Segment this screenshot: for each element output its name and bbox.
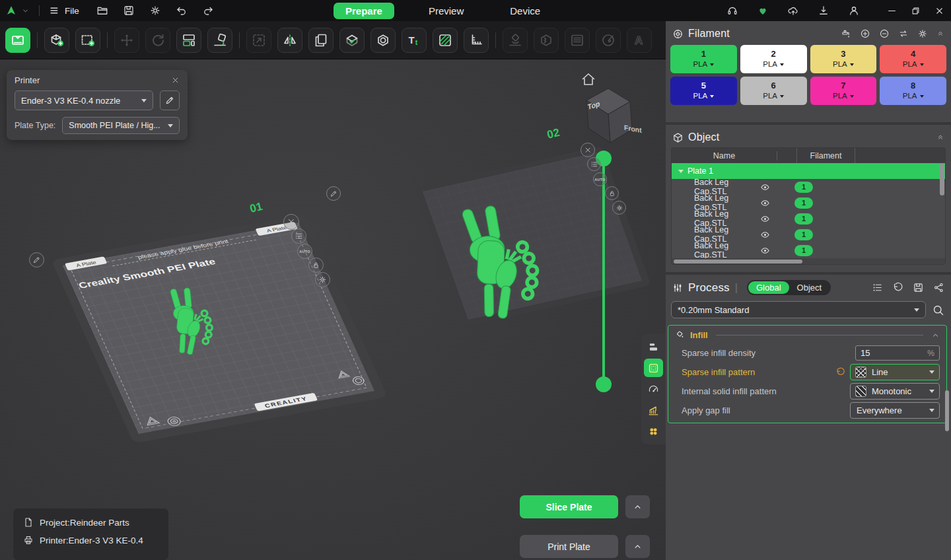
- category-others-button[interactable]: [644, 422, 663, 440]
- lay-flat-button[interactable]: [207, 28, 232, 53]
- scope-global[interactable]: Global: [748, 281, 789, 294]
- print-plate-button[interactable]: Print Plate: [520, 535, 618, 558]
- filament-assignment-badge[interactable]: 1: [794, 182, 813, 193]
- setting-list-icon[interactable]: [872, 282, 883, 293]
- slice-options-button[interactable]: [625, 495, 650, 518]
- window-minimize-button[interactable]: [880, 0, 903, 21]
- window-close-button[interactable]: [927, 0, 951, 21]
- plate2-rename-button[interactable]: [326, 186, 341, 201]
- setting-input[interactable]: 15%: [855, 345, 940, 361]
- logo-chevron-down-icon[interactable]: [21, 7, 30, 15]
- filament-feed-icon[interactable]: [841, 28, 851, 39]
- filament-assignment-badge[interactable]: 1: [794, 229, 813, 240]
- process-scrollbar[interactable]: [945, 390, 949, 431]
- object-row[interactable]: Back Leg Cap.STL1: [672, 179, 945, 195]
- clone-button[interactable]: [308, 28, 334, 53]
- seam-paint-button[interactable]: [503, 28, 528, 53]
- category-quality-button[interactable]: [644, 337, 663, 356]
- object-table-hscrollbar[interactable]: [672, 258, 945, 264]
- plate1-plate-settings-button[interactable]: [315, 272, 330, 287]
- undo-icon[interactable]: [176, 5, 188, 17]
- filament-assignment-badge[interactable]: 1: [794, 197, 813, 209]
- filament-assignment-badge[interactable]: 1: [794, 213, 813, 225]
- file-menu[interactable]: File: [49, 5, 79, 17]
- download-icon[interactable]: [818, 5, 829, 17]
- ironing-button[interactable]: [565, 28, 590, 53]
- add-plate-button[interactable]: [75, 28, 100, 53]
- slice-plate-button[interactable]: Slice Plate: [520, 495, 618, 518]
- filament-slot-4[interactable]: 4PLA: [880, 45, 946, 73]
- add-filament-icon[interactable]: [860, 28, 870, 39]
- move-button[interactable]: [114, 28, 139, 53]
- compare-preset-icon[interactable]: [933, 282, 944, 293]
- mesh-boolean-button[interactable]: [370, 28, 396, 53]
- setting-select[interactable]: Monotonic: [850, 383, 940, 400]
- object-row[interactable]: Back Leg Cap.STL1: [672, 227, 945, 242]
- filament-assignment-badge[interactable]: 1: [794, 245, 813, 256]
- object-collapse-icon[interactable]: [936, 133, 944, 141]
- infill-collapse-icon[interactable]: [931, 331, 940, 339]
- plate-settings-button[interactable]: [5, 28, 30, 53]
- plate-type-select[interactable]: Smooth PEI Plate / Hig...: [62, 117, 180, 134]
- plate1-rename-button[interactable]: [29, 252, 44, 267]
- user-account-icon[interactable]: [848, 5, 860, 17]
- edit-printer-button[interactable]: [160, 90, 180, 110]
- mirror-button[interactable]: [277, 28, 302, 53]
- filament-settings-icon[interactable]: [917, 28, 928, 39]
- rotate-button[interactable]: [145, 28, 170, 53]
- add-text-button[interactable]: Tt: [402, 28, 427, 53]
- fuzzy-skin-button[interactable]: [534, 28, 559, 53]
- visibility-eye-icon[interactable]: [760, 230, 770, 240]
- plate2-lock-button[interactable]: [605, 186, 619, 200]
- plate2-settings-list-button[interactable]: [587, 157, 601, 171]
- object-row-plate[interactable]: Plate 1: [672, 163, 945, 179]
- category-speed-button[interactable]: [644, 380, 663, 398]
- support-headset-icon[interactable]: [726, 5, 738, 17]
- plate1-auto-arrange-button[interactable]: AUTO: [297, 244, 312, 259]
- nav-home-icon[interactable]: [582, 74, 594, 85]
- object-row[interactable]: Back Leg Cap.STL1: [672, 211, 945, 227]
- text-emboss-button[interactable]: A: [627, 28, 652, 53]
- reset-process-icon[interactable]: [892, 282, 903, 293]
- tab-device[interactable]: Device: [498, 3, 552, 19]
- sync-filament-icon[interactable]: [898, 28, 909, 39]
- build-plate-2[interactable]: [415, 146, 651, 327]
- filament-slot-1[interactable]: 1PLA: [670, 45, 737, 73]
- filament-slot-5[interactable]: 5PLA: [670, 77, 737, 105]
- filament-slot-6[interactable]: 6PLA: [740, 77, 807, 105]
- search-settings-icon[interactable]: [932, 304, 944, 316]
- filament-slot-7[interactable]: 7PLA: [810, 77, 877, 105]
- plate2-plate-settings-button[interactable]: [612, 201, 626, 215]
- setting-select[interactable]: Everywhere: [850, 402, 940, 419]
- plate1-lock-button[interactable]: [308, 258, 324, 273]
- redo-icon[interactable]: [202, 5, 214, 17]
- filament-slot-8[interactable]: 8PLA: [880, 77, 946, 105]
- favorites-heart-icon[interactable]: [757, 5, 769, 17]
- preset-select[interactable]: *0.20mm Standard: [671, 301, 926, 318]
- visibility-eye-icon[interactable]: [760, 198, 770, 208]
- visibility-eye-icon[interactable]: [760, 182, 770, 192]
- object-row[interactable]: Back Leg Cap.STL1: [672, 195, 945, 211]
- open-file-icon[interactable]: [96, 5, 108, 17]
- tab-preview[interactable]: Preview: [417, 3, 476, 19]
- auto-arrange-button[interactable]: [176, 28, 201, 53]
- save-icon[interactable]: [123, 5, 135, 17]
- window-maximize-button[interactable]: [903, 0, 927, 21]
- object-row[interactable]: Back Leg Cap.STL1: [672, 242, 945, 258]
- filament-slot-3[interactable]: 3PLA: [810, 45, 877, 73]
- nav-cube[interactable]: Top Front: [586, 88, 642, 143]
- add-model-button[interactable]: [44, 28, 69, 53]
- scale-button[interactable]: [246, 28, 271, 53]
- split-object-button[interactable]: [339, 28, 365, 53]
- plate1-delete-button[interactable]: [283, 214, 299, 230]
- category-support-button[interactable]: [644, 401, 663, 419]
- tab-prepare[interactable]: Prepare: [334, 3, 394, 19]
- build-plate-1[interactable]: A Plate A Plate please apply glue before…: [51, 214, 388, 444]
- plate2-auto-arrange-button[interactable]: AUTO: [593, 172, 607, 186]
- printer-panel-close-icon[interactable]: [171, 76, 180, 85]
- plate1-settings-list-button[interactable]: [291, 228, 306, 244]
- save-preset-icon[interactable]: [913, 282, 924, 293]
- filament-slot-2[interactable]: 2PLA: [740, 45, 807, 73]
- printer-select[interactable]: Ender-3 V3 KE-0.4 nozzle: [15, 90, 153, 110]
- category-strength-button[interactable]: [644, 359, 663, 377]
